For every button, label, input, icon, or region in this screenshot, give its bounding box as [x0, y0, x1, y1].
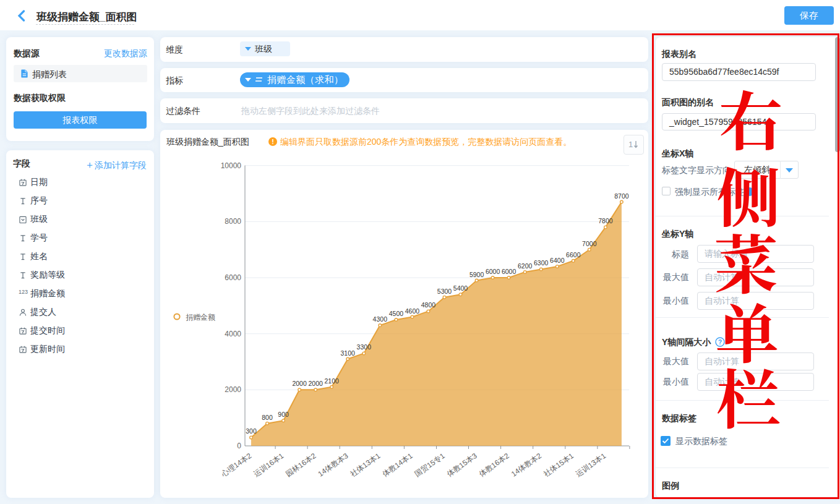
- svg-text:社体15本1: 社体15本1: [541, 451, 575, 479]
- svg-text:体教15本3: 体教15本3: [445, 451, 479, 479]
- svg-text:2000: 2000: [309, 380, 324, 387]
- svg-text:2000: 2000: [292, 380, 307, 387]
- svg-text:捐赠金额: 捐赠金额: [186, 313, 215, 322]
- svg-text:5400: 5400: [453, 284, 468, 292]
- svg-text:社体13本1: 社体13本1: [348, 451, 382, 479]
- svg-text:6000: 6000: [486, 268, 500, 275]
- svg-text:6200: 6200: [518, 262, 533, 270]
- svg-text:8000: 8000: [225, 217, 241, 226]
- svg-text:运训16本1: 运训16本1: [252, 451, 285, 479]
- svg-text:4800: 4800: [421, 301, 436, 309]
- svg-text:运训13本1: 运训13本1: [574, 451, 607, 479]
- svg-text:2000: 2000: [225, 385, 241, 394]
- svg-text:体教16本2: 体教16本2: [478, 451, 511, 479]
- svg-text:10000: 10000: [221, 161, 242, 170]
- svg-text:4000: 4000: [225, 330, 241, 338]
- svg-text:5300: 5300: [437, 288, 452, 295]
- svg-text:6600: 6600: [566, 251, 581, 258]
- svg-text:7000: 7000: [582, 240, 597, 247]
- svg-text:国贸15专1: 国贸15专1: [413, 451, 447, 479]
- svg-text:4500: 4500: [389, 310, 404, 317]
- svg-text:6300: 6300: [534, 259, 549, 267]
- svg-text:2100: 2100: [325, 377, 340, 385]
- svg-text:6400: 6400: [550, 257, 565, 264]
- svg-text:4300: 4300: [373, 315, 388, 323]
- svg-text:心理14本2: 心理14本2: [219, 451, 253, 479]
- svg-text:4600: 4600: [405, 307, 420, 315]
- svg-text:3300: 3300: [357, 343, 372, 351]
- svg-text:800: 800: [262, 414, 273, 421]
- svg-text:0: 0: [237, 442, 241, 450]
- svg-text:3100: 3100: [341, 349, 356, 357]
- svg-text:6000: 6000: [225, 273, 241, 282]
- svg-text:5900: 5900: [469, 271, 484, 278]
- svg-text:6000: 6000: [502, 268, 516, 275]
- svg-text:300: 300: [246, 427, 257, 435]
- svg-text:900: 900: [278, 411, 289, 418]
- svg-text:14体教本3: 14体教本3: [316, 451, 349, 479]
- svg-text:8700: 8700: [614, 192, 629, 200]
- svg-text:体教14本1: 体教14本1: [381, 451, 414, 479]
- svg-text:7800: 7800: [598, 217, 613, 224]
- svg-text:14体教本2: 14体教本2: [510, 451, 543, 479]
- svg-text:园林16本2: 园林16本2: [284, 451, 317, 479]
